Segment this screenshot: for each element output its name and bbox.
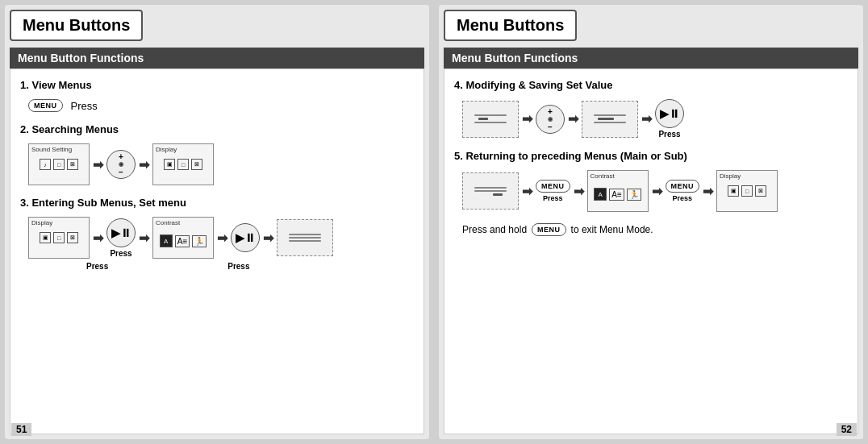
display-icons-3: ▣ □ ⊠ (40, 232, 78, 243)
c5-dark: A (594, 188, 607, 201)
dashed-box-3 (277, 219, 333, 256)
menu-press-label-5b: Press (672, 194, 692, 202)
dashed-line5-2 (474, 190, 507, 192)
nav-minus: − (119, 168, 123, 176)
play-btn-3b-circle[interactable]: ▶⏸ (231, 223, 260, 252)
icon-clock: ⊠ (67, 159, 78, 170)
play-btn-3a-circle[interactable]: ▶⏸ (106, 218, 136, 247)
page-number-2: 52 (837, 423, 857, 436)
page1-title: Menu Buttons (10, 10, 143, 41)
dashed-line5-1 (474, 187, 507, 189)
display-box-5: Display ▣ □ ⊠ (716, 170, 778, 212)
arrow6: ➡ (263, 230, 273, 246)
nav-btn-2[interactable]: + ◉ − (106, 150, 136, 179)
page2-title: Menu Buttons (444, 10, 577, 41)
arrow8: ➡ (568, 111, 578, 127)
sound-setting-icons: ♪ □ ⊠ (40, 159, 78, 170)
section1-label: 1. View Menus (20, 79, 414, 91)
page-number-1: 51 (11, 423, 31, 436)
press-labels-row: Press Press (28, 262, 414, 271)
play-btn-4: ▶⏸ Press (655, 99, 684, 139)
section5-flow: ➡ MENU Press ➡ Contrast A A≡ 🏃 ➡ MENU Pr… (462, 170, 848, 212)
c5-light: 🏃 (627, 189, 641, 201)
page1-content: 1. View Menus MENU Press 2. Searching Me… (10, 68, 424, 434)
dashed-box-4b (582, 101, 638, 138)
dashed-box-4a (462, 101, 519, 138)
icon-tv: □ (53, 159, 65, 170)
dashed-center-mark (478, 118, 488, 120)
contrast-icons-3: A A≡ 🏃 (160, 234, 207, 247)
dashed-line4a2 (474, 122, 507, 123)
display-icon1: ▣ (164, 159, 175, 170)
contrast-label-3: Contrast (156, 219, 180, 226)
display-label-2: Display (156, 146, 177, 153)
dashed-inner-3 (289, 234, 321, 242)
play-icon-3b: ▶⏸ (236, 231, 256, 244)
display-box-3: Display ▣ □ ⊠ (28, 217, 90, 259)
d3-icon2: □ (53, 232, 65, 243)
page2-content: 4. Modifying & Saving Set Value ➡ + ◉ − … (444, 68, 858, 434)
contrast-icons-5: A A≡ 🏃 (594, 188, 641, 201)
title-text: Menu Buttons (23, 16, 130, 34)
display-icons-5: ▣ □ ⊠ (728, 185, 766, 197)
dashed-mark5 (493, 193, 503, 196)
c5-dark-icon: A (599, 191, 603, 198)
contrast-box-5: Contrast A A≡ 🏃 (587, 170, 649, 212)
menu-pill-hold: MENU (532, 223, 566, 236)
section3-label: 3. Entering Sub Menus, Set menu (20, 197, 414, 209)
display-label-5: Display (720, 172, 741, 180)
section2-label: 2. Searching Menus (20, 123, 414, 135)
arrow5: ➡ (217, 230, 227, 246)
sound-setting-box: Sound Setting ♪ □ ⊠ (28, 143, 90, 185)
press-label-4: Press (658, 130, 680, 139)
dashed-center-mark-b (598, 118, 614, 120)
press-label-3a: Press (110, 249, 131, 258)
display-icon2: □ (177, 159, 189, 170)
contrast-dark-icon: A (164, 238, 168, 245)
display-box-2: Display ▣ □ ⊠ (152, 143, 214, 185)
contrast-mid: A≡ (175, 235, 190, 247)
play-icon-3a: ▶⏸ (111, 226, 131, 239)
arrow13: ➡ (703, 184, 713, 199)
contrast-light: 🏃 (192, 235, 207, 247)
arrow4: ➡ (139, 230, 149, 246)
hold-text-prefix: Press and hold (462, 224, 527, 235)
play-icon-4: ▶⏸ (660, 107, 680, 120)
menu-pill-5b: MENU (666, 180, 700, 193)
display-icons-2: ▣ □ ⊠ (164, 159, 202, 170)
d5-icon2: □ (741, 185, 753, 197)
contrast-label-5: Contrast (590, 172, 615, 180)
menu-btn-5b: MENU Press (666, 180, 700, 202)
play-btn-4-circle[interactable]: ▶⏸ (655, 99, 684, 128)
nav-plus: + (119, 152, 123, 161)
hold-text-suffix: to exit Menu Mode. (571, 224, 653, 235)
title-text-2: Menu Buttons (457, 16, 564, 34)
arrow11: ➡ (574, 184, 584, 199)
contrast-dark: A (160, 234, 173, 247)
arrow1: ➡ (93, 157, 103, 172)
d5-icon3: ⊠ (755, 185, 766, 197)
dashed-line3 (289, 240, 321, 242)
section-header-text-2: Menu Button Functions (452, 52, 578, 64)
page-1: Menu Buttons Menu Button Functions 1. Vi… (5, 5, 429, 439)
play-btn-3b: ▶⏸ (231, 223, 260, 252)
arrow12: ➡ (652, 184, 662, 199)
nav4-minus: − (548, 122, 553, 131)
arrow3: ➡ (93, 230, 103, 246)
page-2: Menu Buttons Menu Button Functions 4. Mo… (439, 5, 863, 439)
display-label-3: Display (31, 219, 52, 226)
nav4-plus: + (548, 107, 553, 116)
dashed-inner-5 (474, 187, 507, 196)
arrow7: ➡ (522, 111, 532, 127)
display-icon3: ⊠ (191, 159, 202, 170)
play-btn-3a: ▶⏸ Press (106, 218, 136, 258)
menu-pill-5a: MENU (536, 180, 570, 193)
dashed-inner-4b (594, 114, 626, 123)
icon-music: ♪ (40, 159, 51, 170)
section3-flow: Display ▣ □ ⊠ ➡ ▶⏸ Press ➡ Contrast (28, 217, 414, 259)
press-label-1: Press (71, 100, 98, 112)
d5-icon1: ▣ (728, 185, 739, 197)
section2-flow: Sound Setting ♪ □ ⊠ ➡ + ◉ − ➡ Display ▣ (28, 143, 414, 185)
nav-btn-4[interactable]: + ◉ − (536, 105, 565, 134)
dashed-inner-4a (474, 114, 507, 123)
